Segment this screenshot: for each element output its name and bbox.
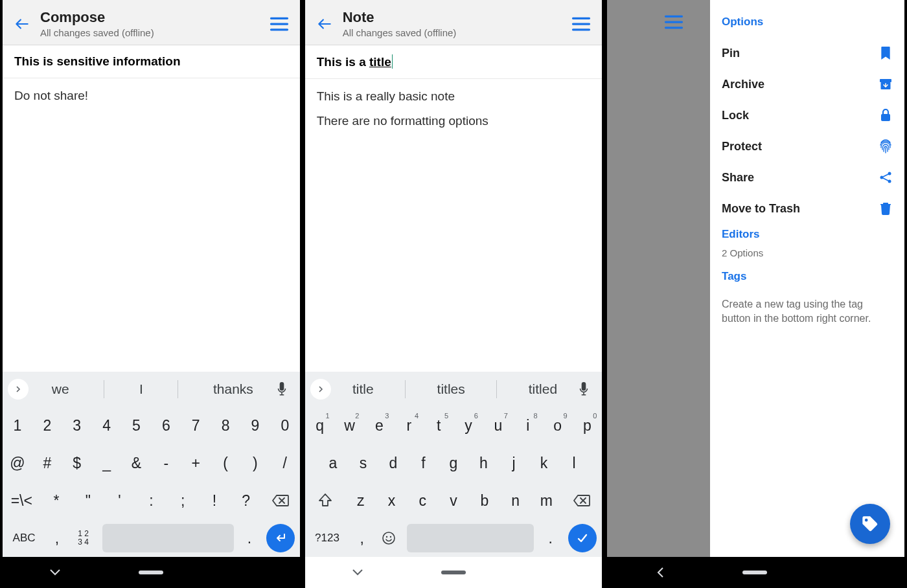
key[interactable]: k [529, 447, 559, 479]
chevron-down-icon[interactable] [49, 569, 61, 576]
key[interactable]: u7 [483, 409, 513, 442]
key[interactable]: ? [230, 484, 262, 517]
key[interactable]: $ [62, 447, 92, 479]
drawer-option-share[interactable]: Share [722, 162, 893, 193]
key[interactable]: p0 [573, 409, 603, 442]
key[interactable]: ) [240, 447, 270, 479]
add-tag-fab[interactable] [850, 504, 890, 544]
suggestion[interactable]: I [128, 381, 155, 397]
key[interactable]: t5 [424, 409, 454, 442]
drawer-option-protect[interactable]: Protect [722, 131, 893, 162]
key[interactable]: b [469, 484, 500, 517]
menu-button[interactable] [664, 14, 683, 30]
suggestion[interactable]: thanks [201, 381, 265, 397]
key[interactable]: 6 [151, 409, 181, 442]
suggestion[interactable]: titles [426, 381, 477, 397]
back-icon[interactable] [656, 567, 665, 578]
key[interactable]: ( [211, 447, 240, 479]
suggestion[interactable]: we [40, 381, 81, 397]
key[interactable]: w2 [335, 409, 365, 442]
spacebar-key[interactable] [407, 524, 534, 552]
menu-button[interactable] [568, 11, 594, 37]
key[interactable]: @ [3, 447, 32, 479]
backspace-key[interactable] [262, 484, 300, 517]
home-pill[interactable] [139, 571, 163, 574]
key[interactable]: e3 [364, 409, 394, 442]
key[interactable]: * [41, 484, 73, 517]
note-title-input[interactable]: This is a title [305, 45, 603, 79]
note-body-input[interactable]: This is a really basic note There are no… [305, 79, 603, 372]
mode-key[interactable]: ?123 [305, 522, 350, 554]
expand-icon[interactable] [8, 379, 29, 400]
key[interactable]: c [407, 484, 438, 517]
key[interactable]: 0 [270, 409, 300, 442]
key[interactable]: . [538, 522, 563, 554]
emoji-key[interactable] [374, 522, 403, 554]
key[interactable]: n [500, 484, 531, 517]
key[interactable]: a [318, 447, 349, 479]
key[interactable]: f [408, 447, 439, 479]
spacebar-key[interactable] [102, 524, 235, 552]
key[interactable]: z [345, 484, 376, 517]
key[interactable]: 2 [32, 409, 62, 442]
mode-key[interactable]: ABC [3, 522, 45, 554]
mic-icon[interactable] [579, 382, 597, 396]
key[interactable]: 4 [92, 409, 122, 442]
note-body-input[interactable]: Do not share! [3, 78, 300, 372]
key[interactable]: , [45, 522, 69, 554]
key[interactable]: i8 [513, 409, 543, 442]
key[interactable]: 1 [3, 409, 32, 442]
editors-count[interactable]: 2 Options [722, 247, 893, 258]
key[interactable]: ; [167, 484, 199, 517]
home-pill[interactable] [742, 571, 767, 574]
scrim[interactable]: Options PinArchiveLockProtectShareMove t… [607, 0, 904, 588]
drawer-option-archive[interactable]: Archive [722, 69, 893, 100]
key[interactable]: y6 [454, 409, 483, 442]
drawer-option-move-to-trash[interactable]: Move to Trash [722, 193, 893, 224]
drawer-option-lock[interactable]: Lock [722, 100, 893, 131]
key[interactable]: s [348, 447, 378, 479]
key[interactable]: m [531, 484, 562, 517]
key[interactable]: o9 [543, 409, 573, 442]
drawer-option-pin[interactable]: Pin [722, 38, 893, 69]
key[interactable]: + [181, 447, 211, 479]
key[interactable]: v [438, 484, 469, 517]
numpad-key[interactable]: 1 2 3 4 [69, 522, 98, 554]
mic-icon[interactable] [277, 382, 295, 396]
key[interactable]: q1 [305, 409, 335, 442]
key[interactable]: . [238, 522, 261, 554]
key[interactable]: 7 [181, 409, 211, 442]
key[interactable]: - [151, 447, 181, 479]
key[interactable]: _ [92, 447, 122, 479]
key[interactable]: h [468, 447, 499, 479]
key[interactable]: , [349, 522, 374, 554]
chevron-down-icon[interactable] [352, 569, 363, 576]
key[interactable]: =\< [3, 484, 41, 517]
menu-button[interactable] [266, 11, 292, 37]
key[interactable]: / [270, 447, 300, 479]
key[interactable]: " [72, 484, 104, 517]
key[interactable]: : [135, 484, 167, 517]
key[interactable]: j [499, 447, 529, 479]
expand-icon[interactable] [310, 379, 331, 400]
key[interactable]: l [559, 447, 590, 479]
key[interactable]: 5 [122, 409, 152, 442]
suggestion[interactable]: titled [517, 381, 569, 397]
key[interactable]: x [376, 484, 408, 517]
key[interactable]: # [32, 447, 62, 479]
key[interactable]: 9 [240, 409, 270, 442]
key[interactable]: 3 [62, 409, 92, 442]
key[interactable]: & [122, 447, 152, 479]
done-key[interactable] [568, 524, 597, 552]
key[interactable]: d [378, 447, 409, 479]
key[interactable]: ' [104, 484, 135, 517]
backspace-key[interactable] [562, 484, 602, 517]
key[interactable]: g [439, 447, 469, 479]
key[interactable]: 8 [211, 409, 240, 442]
note-title-input[interactable]: This is sensitive information [3, 45, 300, 78]
shift-key[interactable] [305, 484, 345, 517]
back-button[interactable] [10, 12, 34, 36]
key[interactable]: ! [199, 484, 231, 517]
back-button[interactable] [313, 12, 336, 36]
suggestion[interactable]: title [341, 381, 385, 397]
